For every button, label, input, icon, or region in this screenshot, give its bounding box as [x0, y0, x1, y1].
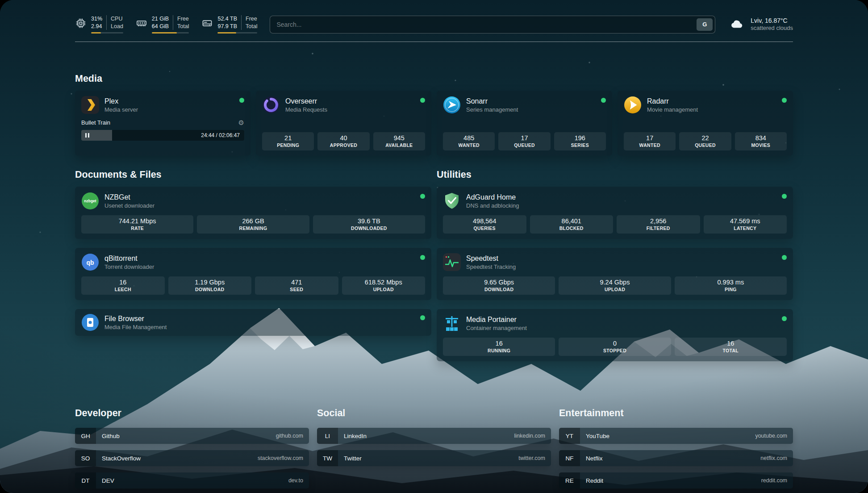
service-card-plex[interactable]: Plex Media server Bullet Train ⚙ 24:44 /… — [75, 91, 250, 156]
playback-progress-bar[interactable]: 24:44 / 02:06:47 — [81, 130, 244, 141]
svg-text:nzbget: nzbget — [84, 199, 96, 203]
status-indicator — [782, 194, 787, 199]
page-content: 31% 2.94 CPU Load — [0, 0, 868, 493]
service-description: Torrent downloader — [104, 263, 154, 270]
stat-value: 744.21 Mbps — [83, 217, 192, 225]
service-description: Media File Management — [104, 324, 167, 330]
status-indicator — [420, 255, 425, 260]
memory-free: 21 GiB — [152, 15, 169, 23]
stat-label: SERIES — [556, 142, 604, 148]
service-card-nzbget[interactable]: nzbget NZBGet Usenet downloader 744.21 M… — [75, 187, 431, 239]
disk-label-top: Free — [246, 15, 257, 23]
section-title-developer: Developer — [75, 408, 309, 419]
section-documents-files: Documents & Files nzbget NZBGet Usenet d… — [75, 169, 431, 361]
stat-value: 22 — [681, 134, 729, 142]
stat-value: 834 — [737, 134, 785, 142]
bookmark-group-developer: Developer GH Github github.com SO StackO… — [75, 408, 309, 489]
bookmark-netflix[interactable]: NF Netflix netflix.com — [559, 450, 793, 466]
bookmark-name: StackOverflow — [102, 455, 141, 462]
section-title-documents: Documents & Files — [75, 169, 431, 180]
service-card-filebrowser[interactable]: File Browser Media File Management — [75, 309, 431, 336]
stat-label: APPROVED — [319, 142, 367, 148]
stat-value: 2,956 — [618, 217, 698, 225]
service-card-adguard[interactable]: AdGuard Home DNS and adblocking 498,564 … — [437, 187, 793, 239]
stat-upload: 9.24 Gbps UPLOAD — [559, 276, 671, 295]
stat-value: 9.65 Gbps — [445, 279, 553, 286]
stat-running: 16 RUNNING — [443, 338, 555, 356]
stat-label: RATE — [83, 226, 192, 231]
service-name: AdGuard Home — [466, 193, 519, 202]
search-input[interactable] — [270, 21, 697, 28]
resource-widgets: 31% 2.94 CPU Load — [75, 15, 257, 33]
stat-value: 16 — [83, 279, 163, 286]
stat-value: 196 — [556, 134, 604, 142]
stat-label: STOPPED — [560, 348, 669, 353]
status-indicator — [420, 315, 425, 320]
bookmark-youtube[interactable]: YT YouTube youtube.com — [559, 428, 793, 444]
bookmark-name: Netflix — [586, 455, 603, 462]
bookmark-url: stackoverflow.com — [258, 455, 303, 461]
bookmark-linkedin[interactable]: LI LinkedIn linkedin.com — [317, 428, 551, 444]
service-name: NZBGet — [104, 193, 154, 202]
bookmark-dev[interactable]: DT DEV dev.to — [75, 472, 309, 489]
status-indicator — [782, 98, 787, 103]
pause-icon[interactable] — [85, 133, 89, 138]
service-card-sonarr[interactable]: Sonarr Series management 485 WANTED 17 Q… — [437, 91, 612, 156]
stat-value: 1.19 Gbps — [170, 279, 250, 286]
service-card-overseerr[interactable]: Overseerr Media Requests 21 PENDING 40 A… — [256, 91, 431, 156]
plex-icon — [81, 96, 99, 114]
memory-values: 21 GiB 64 GiB — [152, 15, 169, 30]
stat-label: DOWNLOADED — [315, 226, 423, 231]
stat-total: 16 TOTAL — [675, 338, 787, 356]
service-card-speedtest[interactable]: Speedtest Speedtest Tracking 9.65 Gbps D… — [437, 248, 793, 300]
service-description: Media Requests — [285, 106, 327, 113]
stat-label: AVAILABLE — [375, 142, 423, 148]
bookmark-abbr: DT — [75, 472, 96, 489]
bookmark-twitter[interactable]: TW Twitter twitter.com — [317, 450, 551, 466]
status-indicator — [420, 98, 425, 103]
cpu-label-top: CPU — [111, 15, 123, 23]
media-card-row: Plex Media server Bullet Train ⚙ 24:44 /… — [75, 91, 793, 156]
service-card-portainer[interactable]: Media Portainer Container management 16 … — [437, 309, 793, 361]
stat-approved: 40 APPROVED — [317, 132, 369, 150]
stat-download: 9.65 Gbps DOWNLOAD — [443, 276, 555, 295]
bookmark-reddit[interactable]: RE Reddit reddit.com — [559, 472, 793, 489]
service-description: Container management — [466, 325, 527, 331]
service-description: Media server — [104, 106, 138, 113]
bookmark-github[interactable]: GH Github github.com — [75, 428, 309, 444]
stat-value: 16 — [676, 340, 785, 347]
stat-value: 86,401 — [532, 217, 612, 225]
bookmark-name: DEV — [102, 477, 114, 484]
filebrowser-icon — [81, 313, 99, 331]
adguard-icon — [443, 192, 461, 210]
gear-icon[interactable]: ⚙ — [238, 119, 244, 126]
overseerr-icon — [262, 96, 280, 114]
stat-label: BLOCKED — [532, 226, 612, 231]
stat-blocked: 86,401 BLOCKED — [530, 215, 613, 234]
stat-seed: 471 SEED — [255, 276, 338, 295]
stat-label: QUERIES — [445, 226, 525, 231]
search-bar: G — [270, 16, 715, 33]
stat-value: 21 — [264, 134, 312, 142]
section-title-entertainment: Entertainment — [559, 408, 793, 419]
weather-location: Lviv, 16.87°C — [751, 17, 793, 25]
stat-upload: 618.52 Mbps UPLOAD — [342, 276, 426, 295]
bookmark-url: dev.to — [288, 477, 303, 484]
bookmark-abbr: NF — [559, 450, 580, 466]
service-card-qbittorrent[interactable]: qb qBittorrent Torrent downloader 16 LEE… — [75, 248, 431, 300]
weather-widget[interactable]: Lviv, 16.87°C scattered clouds — [728, 17, 793, 32]
cloud-icon — [728, 17, 746, 31]
bookmark-stackoverflow[interactable]: SO StackOverflow stackoverflow.com — [75, 450, 309, 466]
stat-value: 471 — [257, 279, 337, 286]
service-card-radarr[interactable]: Radarr Movie management 17 WANTED 22 QUE… — [618, 91, 793, 156]
stat-value: 40 — [319, 134, 367, 142]
section-title-media: Media — [75, 73, 793, 84]
bookmark-abbr: LI — [317, 428, 338, 444]
stat-downloaded: 39.6 TB DOWNLOADED — [313, 215, 425, 234]
stat-label: TOTAL — [676, 348, 785, 353]
bookmark-name: Github — [102, 433, 120, 439]
memory-total: 64 GiB — [152, 23, 169, 30]
stat-label: RUNNING — [445, 348, 553, 353]
memory-widget: 21 GiB 64 GiB Free Total — [136, 15, 189, 33]
search-provider-button[interactable]: G — [697, 18, 713, 31]
